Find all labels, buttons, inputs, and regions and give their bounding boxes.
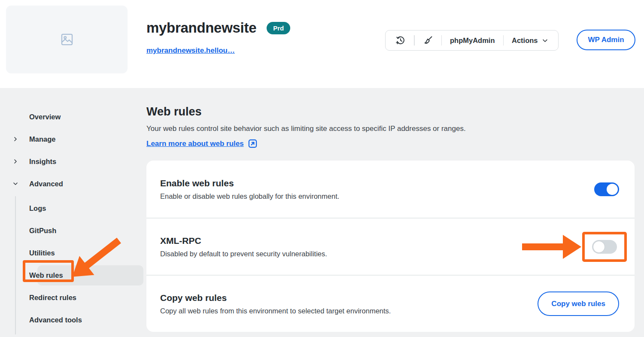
environment-badge: Prd (267, 22, 290, 34)
xml-rpc-toggle[interactable] (592, 240, 617, 254)
sidebar-item-logs[interactable]: Logs (16, 197, 146, 219)
site-name: mybrandnewsite (146, 20, 256, 36)
setting-row-enable-web-rules: Enable web rules Enable or disable web r… (146, 161, 635, 218)
sidebar-item-gitpush[interactable]: GitPush (16, 219, 146, 242)
setting-description: Enable or disable web rules globally for… (160, 192, 339, 200)
setting-description: Disabled by default to prevent security … (160, 250, 327, 258)
actions-dropdown[interactable]: Actions (504, 30, 556, 50)
quick-actions-toolbar: phpMyAdmin Actions (385, 30, 559, 51)
toggle-knob (607, 184, 618, 195)
sidebar-item-manage[interactable]: Manage (0, 129, 146, 149)
site-url-link[interactable]: mybrandnewsite.hellou… (146, 46, 235, 55)
sidebar-item-insights[interactable]: Insights (0, 152, 146, 171)
page-description: Your web rules control site behavior suc… (146, 124, 635, 133)
toggle-knob (593, 241, 605, 252)
setting-row-xml-rpc: XML-RPC Disabled by default to prevent s… (146, 218, 635, 275)
annotation-arrow-xml-rpc (522, 234, 582, 260)
sidebar-item-advanced[interactable]: Advanced (0, 174, 146, 194)
backup-restore-button[interactable] (387, 30, 414, 50)
sidebar-item-label: Logs (29, 204, 46, 213)
content-area: Overview Manage Insights Advanced (0, 88, 644, 337)
phpmyadmin-button[interactable]: phpMyAdmin (442, 30, 503, 50)
setting-title: Copy web rules (160, 293, 391, 303)
sidebar-item-label: Advanced (29, 180, 63, 188)
setting-text: XML-RPC Disabled by default to prevent s… (160, 236, 327, 258)
chevron-down-icon (542, 37, 548, 44)
setting-title: Enable web rules (160, 178, 339, 188)
environment-settings-page: mybrandnewsite Prd mybrandnewsite.hellou… (0, 0, 644, 337)
setting-row-copy-web-rules: Copy web rules Copy all web rules from t… (146, 275, 635, 332)
setting-title: XML-RPC (160, 236, 327, 246)
sidebar-item-web-rules[interactable]: Web rules (16, 264, 146, 286)
page-title: Web rules (146, 105, 635, 118)
copy-web-rules-button[interactable]: Copy web rules (538, 291, 619, 316)
site-title-block: mybrandnewsite Prd mybrandnewsite.hellou… (146, 20, 290, 55)
enable-web-rules-toggle[interactable] (594, 182, 619, 196)
annotation-box-xml-rpc-toggle (582, 232, 627, 262)
learn-more-row: Learn more about web rules (146, 139, 635, 149)
sidebar-item-label: Insights (29, 158, 56, 166)
sidebar-item-utilities[interactable]: Utilities (16, 242, 146, 264)
sidebar-item-label: Web rules (29, 271, 63, 279)
actions-label: Actions (512, 36, 538, 45)
web-rules-card: Enable web rules Enable or disable web r… (146, 161, 635, 332)
sidebar-advanced-subnav: Logs GitPush Utilities Web rules Redirec… (15, 196, 146, 334)
external-link-icon (248, 139, 258, 149)
site-header: mybrandnewsite Prd mybrandnewsite.hellou… (0, 0, 644, 88)
setting-text: Copy web rules Copy all web rules from t… (160, 293, 391, 315)
clear-cache-button[interactable] (415, 30, 441, 50)
sidebar-item-label: GitPush (29, 227, 56, 235)
history-restore-icon (395, 35, 406, 46)
wp-admin-button[interactable]: WP Admin (577, 30, 635, 50)
sidebar: Overview Manage Insights Advanced (0, 88, 146, 337)
chevron-right-icon (13, 159, 19, 164)
chevron-right-icon (13, 137, 19, 142)
sidebar-item-label: Overview (29, 113, 61, 121)
sidebar-item-label: Manage (29, 135, 55, 143)
setting-text: Enable web rules Enable or disable web r… (160, 178, 339, 200)
setting-description: Copy all web rules from this environment… (160, 307, 391, 315)
sidebar-item-overview[interactable]: Overview (0, 107, 146, 127)
learn-more-link[interactable]: Learn more about web rules (146, 140, 244, 148)
sidebar-item-redirect-rules[interactable]: Redirect rules (16, 286, 146, 309)
chevron-down-icon (13, 181, 19, 186)
sidebar-item-label: Utilities (29, 249, 55, 257)
broom-icon (423, 35, 433, 46)
site-thumbnail (6, 6, 128, 73)
main-panel: Web rules Your web rules control site be… (146, 88, 635, 332)
phpmyadmin-label: phpMyAdmin (450, 36, 495, 45)
sidebar-item-advanced-tools[interactable]: Advanced tools (16, 309, 146, 331)
sidebar-item-label: Redirect rules (29, 294, 76, 302)
image-placeholder-icon (60, 32, 74, 47)
sidebar-item-label: Advanced tools (29, 316, 82, 324)
